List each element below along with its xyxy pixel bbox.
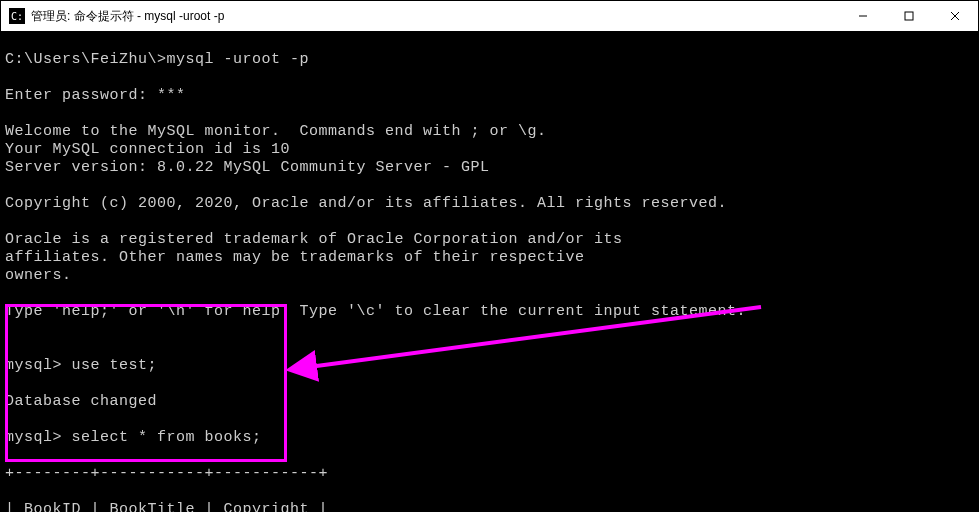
mysql-prompt: mysql>	[5, 357, 62, 374]
table-header: | BookID | BookTitle | Copyright |	[5, 501, 974, 512]
welcome-line: Type 'help;' or '\h' for help. Type '\c'…	[5, 303, 974, 321]
mysql-select-line: mysql> select * from books;	[5, 429, 974, 447]
select-command: select * from books;	[62, 429, 262, 446]
table-border: +--------+-----------+-----------+	[5, 465, 974, 483]
prompt-line: C:\Users\FeiZhu\>mysql -uroot -p	[5, 51, 974, 69]
mysql-use-line: mysql> use test;	[5, 357, 974, 375]
password-line: Enter password: ***	[5, 87, 974, 105]
terminal-area[interactable]: C:\Users\FeiZhu\>mysql -uroot -p Enter p…	[1, 31, 978, 511]
welcome-line: Server version: 8.0.22 MySQL Community S…	[5, 159, 974, 177]
command-text: mysql -uroot -p	[167, 51, 310, 68]
welcome-line: owners.	[5, 267, 974, 285]
welcome-line	[5, 285, 974, 303]
maximize-button[interactable]	[886, 1, 932, 31]
window-controls	[840, 1, 978, 31]
close-button[interactable]	[932, 1, 978, 31]
welcome-line: affiliates. Other names may be trademark…	[5, 249, 974, 267]
welcome-line	[5, 321, 974, 339]
welcome-line: Copyright (c) 2000, 2020, Oracle and/or …	[5, 195, 974, 213]
use-command: use test;	[62, 357, 157, 374]
welcome-line	[5, 177, 974, 195]
welcome-block: Welcome to the MySQL monitor. Commands e…	[5, 123, 974, 339]
db-changed-line: Database changed	[5, 393, 974, 411]
cmd-icon: C:	[9, 8, 25, 24]
minimize-button[interactable]	[840, 1, 886, 31]
welcome-line: Welcome to the MySQL monitor. Commands e…	[5, 123, 974, 141]
svg-rect-3	[905, 12, 913, 20]
welcome-line: Oracle is a registered trademark of Orac…	[5, 231, 974, 249]
titlebar[interactable]: C: 管理员: 命令提示符 - mysql -uroot -p	[1, 1, 978, 32]
mysql-prompt: mysql>	[5, 429, 62, 446]
prompt-path: C:\Users\FeiZhu\>	[5, 51, 167, 68]
app-window: C: 管理员: 命令提示符 - mysql -uroot -p C:\Users…	[0, 0, 979, 512]
window-title: 管理员: 命令提示符 - mysql -uroot -p	[31, 8, 840, 25]
welcome-line	[5, 213, 974, 231]
welcome-line: Your MySQL connection id is 10	[5, 141, 974, 159]
svg-text:C:: C:	[11, 11, 23, 22]
